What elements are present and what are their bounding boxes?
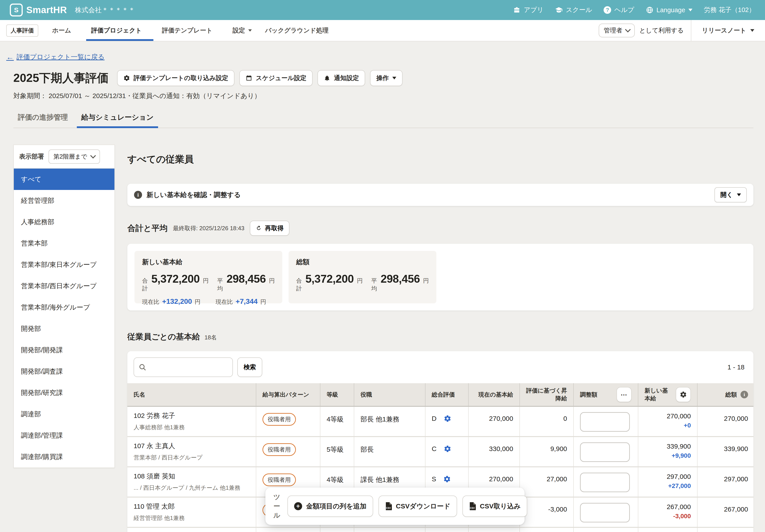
department-item[interactable]: 経営管理部 — [14, 190, 114, 211]
help-link[interactable]: ? ヘルプ — [604, 6, 634, 14]
adjustment-options-button[interactable]: … — [616, 387, 632, 402]
department-item[interactable]: 調達部/購買課 — [14, 446, 114, 467]
csv-file-icon: CSV — [385, 502, 392, 510]
svg-text:CSV: CSV — [386, 507, 391, 509]
employee-search-input[interactable] — [134, 358, 233, 377]
evaluation-settings-icon[interactable] — [444, 415, 451, 422]
employee-cell: 111 人事 杏果 人事総務部 — [127, 527, 256, 532]
delta-cell: 0 — [520, 406, 573, 436]
evaluation-settings-icon[interactable] — [443, 475, 451, 483]
employee-table-title: 従業員ごとの基本給 — [127, 331, 200, 342]
smarthr-logo[interactable]: S SmartHR — [10, 4, 67, 16]
search-button[interactable]: 検索 — [237, 358, 262, 377]
col-new-base: 新しい基本給 — [638, 383, 697, 406]
plus-circle-icon: + — [294, 502, 302, 510]
total-value: 5,372,200 — [151, 272, 200, 285]
refetch-button[interactable]: 再取得 — [250, 221, 290, 236]
apps-link[interactable]: アプリ — [513, 6, 543, 14]
nav-item[interactable]: バックグラウンド処理 — [259, 20, 342, 41]
col-role: 役職 — [354, 383, 425, 406]
role-select[interactable]: 管理者 — [599, 24, 635, 37]
notification-settings-button[interactable]: 通知設定 — [318, 70, 365, 86]
add-amount-column-button[interactable]: + 金額項目の列を追加 — [288, 495, 373, 517]
template-import-settings-button[interactable]: 評価テンプレートの取り込み設定 — [117, 70, 235, 86]
app-header: S SmartHR 株式会社＊＊＊＊＊ アプリ スクール ? ヘルプ Langu… — [0, 0, 765, 20]
adjustment-input[interactable] — [580, 473, 630, 492]
pattern-cell: 一般社員用 — [256, 527, 320, 532]
summary-title: 合計と平均 — [127, 223, 168, 234]
nav-items: ホーム 評価プロジェクト 評価テンプレート 設定 バックグラウンド処理 — [45, 20, 342, 41]
chevron-down-icon — [248, 29, 252, 32]
adjustment-input[interactable] — [580, 503, 630, 522]
department-item[interactable]: すべて — [14, 168, 114, 190]
depth-select[interactable]: 第2階層まで — [49, 149, 100, 164]
nav-item[interactable]: 評価プロジェクト — [84, 20, 155, 41]
current-base-cell — [468, 527, 520, 532]
new-base-diff: -3,000 — [644, 512, 691, 521]
total-value: 5,372,200 — [306, 272, 354, 285]
tab[interactable]: 評価の進捗管理 — [13, 113, 72, 128]
average-value: 298,456 — [381, 272, 420, 285]
col-current-base: 現在の基本給 — [468, 383, 520, 406]
nav-item[interactable]: 設定 — [226, 20, 259, 41]
school-icon — [555, 6, 563, 14]
employee-cell: 108 須磨 英知 ... / 西日本グループ / 九州チーム 他1兼務 — [127, 467, 256, 497]
department-item[interactable]: 営業本部/海外グループ — [14, 297, 114, 318]
adjustment-cell — [573, 527, 638, 532]
employee-cell: 110 管理 太郎 経営管理部 他1兼務 — [127, 497, 256, 527]
school-link[interactable]: スクール — [555, 6, 592, 14]
operations-menu-button[interactable]: 操作 — [370, 70, 402, 86]
department-item[interactable]: 開発部 — [14, 318, 114, 339]
department-item[interactable]: 調達部 — [14, 403, 114, 425]
grade-cell: 4等級 — [320, 406, 354, 436]
new-base-settings-button[interactable] — [676, 387, 691, 402]
role-cell: 部長 他1兼務 — [354, 406, 425, 436]
chevron-down-icon — [625, 27, 631, 32]
schedule-settings-button[interactable]: スケジュール設定 — [239, 70, 313, 86]
department-item[interactable]: 開発部/開発課 — [14, 339, 114, 361]
tab[interactable]: 給与シミュレーション — [77, 113, 158, 128]
total-cell: 339,900 — [697, 436, 753, 467]
banner-text: 新しい基本給を確認・調整する — [147, 190, 241, 199]
csv-download-button[interactable]: CSV CSVダウンロード — [379, 495, 457, 517]
total-cell: 270,000 — [697, 406, 753, 436]
department-item[interactable]: 営業本部/東日本グループ — [14, 254, 114, 275]
col-delta: 評価に基づく昇降給 — [520, 383, 573, 406]
department-item[interactable]: 開発部/研究課 — [14, 382, 114, 403]
user-menu[interactable]: 労務 花子（102） — [704, 6, 755, 14]
open-banner-button[interactable]: 開く — [714, 187, 747, 202]
new-base-cell: 339,900 +9,900 — [638, 436, 697, 467]
language-menu[interactable]: Language — [646, 6, 692, 14]
csv-import-button[interactable]: CSV CSV取り込み — [462, 495, 527, 517]
department-item[interactable]: 開発部/調査課 — [14, 361, 114, 382]
adjustment-input[interactable] — [580, 442, 630, 462]
release-notes-menu[interactable]: リリースノート — [691, 26, 765, 35]
total-amount-card: 総額 合計 5,372,200 円 平均 298,456 円 — [289, 251, 436, 303]
col-grade: 等級 — [320, 383, 354, 406]
department-item[interactable]: 人事総務部 — [14, 211, 114, 233]
department-item[interactable]: 営業本部/西日本グループ — [14, 275, 114, 297]
evaluation-settings-icon[interactable] — [444, 445, 451, 453]
department-filter-label: 表示部署 — [19, 152, 44, 161]
chevron-down-icon — [688, 9, 692, 11]
department-item[interactable]: 営業本部 — [14, 233, 114, 254]
pattern-badge: 役職者用 — [263, 473, 296, 486]
new-base-diff: +27,000 — [644, 481, 691, 491]
total-cell: 275,000 — [697, 527, 753, 532]
delta-cell — [520, 527, 573, 532]
svg-text:CSV: CSV — [470, 507, 475, 509]
adjustment-input[interactable] — [580, 412, 630, 432]
nav-item[interactable]: ホーム — [45, 20, 84, 41]
grade-cell: 5等級 — [320, 436, 354, 467]
total-cell: 297,000 — [697, 467, 753, 497]
project-tabs: 評価の進捗管理 給与シミュレーション — [13, 113, 753, 128]
summary-card: 新しい基本給 合計 5,372,200 円 平均 298,456 円 現在比 +… — [127, 244, 753, 311]
pattern-cell: 役職者用 — [256, 406, 320, 436]
current-base-cell: 270,000 — [468, 406, 520, 436]
department-sidebar: 表示部署 第2階層まで すべて 経営管理部 — [13, 144, 115, 468]
department-item[interactable]: 調達部/管理課 — [14, 425, 114, 446]
back-link[interactable]: ← 評価プロジェクト一覧に戻る — [6, 53, 105, 62]
employee-count: 18名 — [205, 334, 217, 341]
nav-item[interactable]: 評価テンプレート — [155, 20, 226, 41]
new-base-cell: 297,000 +27,000 — [638, 467, 697, 497]
